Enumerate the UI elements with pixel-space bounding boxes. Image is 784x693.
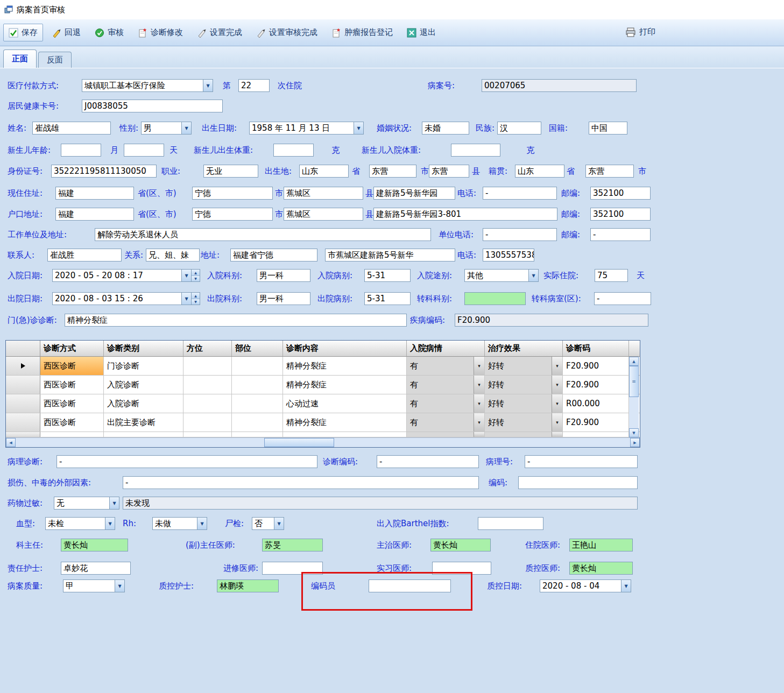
chevron-down-icon[interactable]: ▼ [528,270,538,281]
diagnosis-code-field[interactable]: - [377,455,479,468]
birthplace-province-field[interactable]: 山东 [299,165,349,178]
actual-stay-field[interactable]: 75 [595,269,628,282]
admission-datetime-picker[interactable]: 2020 - 05 - 20 08 : 17 ▼ ▲▼ [52,269,200,282]
col-header-code[interactable]: 诊断码 [563,341,629,356]
newborn-birth-weight-field[interactable] [273,144,314,157]
injury-code-field[interactable] [518,476,638,489]
spinner-down-icon[interactable]: ▼ [192,299,200,305]
cell-content[interactable]: 精神分裂症 [283,357,407,375]
scroll-left-icon[interactable]: ◀ [6,438,16,447]
print-button[interactable]: 打印 [620,23,661,41]
newborn-age-month-field[interactable] [61,144,101,157]
qc-nurse-field[interactable]: 林鹏瑛 [217,579,279,592]
cell-content[interactable]: 精神分裂症 [283,413,407,432]
table-corner-cell[interactable] [6,341,40,356]
relation-field[interactable]: 兄、姐、妹 [146,249,200,261]
registered-address-city-field[interactable]: 宁德 [192,208,273,221]
admission-ward-field[interactable]: 5-31 [364,269,411,282]
work-unit-field[interactable]: 解除劳动关系退休人员 [95,228,431,241]
visit-count-field[interactable]: 22 [238,79,270,92]
cell-category[interactable]: 门诊诊断 [104,357,183,375]
registered-address-zip-field[interactable]: 352100 [590,208,651,221]
col-header-part[interactable]: 部位 [232,341,283,356]
transfer-dept-field[interactable] [464,292,526,305]
spinner-down-icon[interactable]: ▼ [192,275,200,282]
transfer-ward-field[interactable]: - [594,292,651,305]
ethnic-field[interactable]: 汉 [497,122,541,135]
newborn-age-day-field[interactable] [124,144,164,157]
col-header-category[interactable]: 诊断类别 [104,341,183,356]
injury-factor-field[interactable]: - [123,476,479,489]
discharge-ward-field[interactable]: 5-31 [364,292,411,305]
cell-effect-select[interactable]: 好转▾ [485,394,563,413]
col-header-content[interactable]: 诊断内容 [283,341,407,356]
spinner-up-icon[interactable]: ▲ [192,293,200,299]
cell-code[interactable]: R00.000 [563,394,629,413]
chevron-down-icon[interactable]: ▼ [621,580,631,592]
cell-part[interactable] [232,376,283,394]
cell-content[interactable]: 精神分裂症 [283,376,407,394]
occupation-field[interactable]: 无业 [203,165,258,178]
row-selector[interactable] [6,413,40,432]
scroll-down-icon[interactable]: ▼ [629,428,639,437]
scroll-up-icon[interactable]: ▲ [629,357,639,366]
name-field[interactable]: 崔战雄 [32,122,111,135]
rh-select[interactable]: 未做 ▼ [152,517,207,530]
chevron-down-icon[interactable]: ▼ [105,518,115,529]
diagnosis-modify-button[interactable]: 诊断修改 [132,24,188,41]
discharge-dept-field[interactable]: 男一科 [257,292,310,305]
row-selector[interactable] [6,394,40,413]
tumor-report-button[interactable]: 肿瘤报告登记 [326,24,398,41]
cell-method[interactable]: 西医诊断 [40,394,104,413]
attending-physician-field[interactable]: 黄长灿 [430,539,491,551]
birthplace-city-field[interactable]: 东营 [369,165,416,178]
marital-field[interactable]: 未婚 [422,122,469,135]
cell-part[interactable] [232,357,283,375]
registered-address-province-field[interactable]: 福建 [55,208,134,221]
work-phone-field[interactable]: - [483,228,557,241]
chevron-down-icon[interactable]: ▾ [552,413,562,432]
current-address-county-field[interactable]: 蕉城区 [284,187,363,200]
contact-address1-field[interactable]: 福建省宁德 [230,249,317,261]
chevron-down-icon[interactable]: ▾ [474,413,484,432]
undo-button[interactable]: 回退 [46,24,86,41]
row-selector[interactable] [6,357,40,375]
cell-condition-select[interactable]: 有▾ [407,394,485,413]
cell-code[interactable]: F20.900 [563,376,629,394]
horizontal-scrollbar[interactable]: ◀ ▶ [6,437,640,447]
cell-effect-select[interactable]: 好转▾ [485,413,563,432]
exit-button[interactable]: 退出 [401,24,441,41]
audit-button[interactable]: 审核 [89,24,129,41]
cell-code[interactable]: F20.900 [563,357,629,375]
cell-category[interactable]: 出院主要诊断 [104,413,183,432]
cell-position[interactable] [183,394,232,413]
chevron-down-icon[interactable]: ▾ [474,357,484,375]
current-address-city-field[interactable]: 宁德 [192,187,273,200]
chevron-down-icon[interactable]: ▼ [197,518,207,529]
cell-category[interactable]: 入院诊断 [104,376,183,394]
scrollbar-thumb[interactable] [264,438,334,447]
current-address-province-field[interactable]: 福建 [55,187,134,200]
blood-type-select[interactable]: 未检 ▼ [45,517,115,530]
cell-position[interactable] [183,357,232,375]
nationality-field[interactable]: 中国 [589,122,627,135]
cell-condition-select[interactable]: 有▾ [407,413,485,432]
set-complete-button[interactable]: 设置完成 [192,24,248,41]
table-row[interactable]: 西医诊断 入院诊断 精神分裂症 有▾ 好转▾ F20.900 [6,376,640,394]
chevron-down-icon[interactable]: ▾ [474,376,484,394]
tab-front[interactable]: 正面 [3,49,37,68]
cell-condition-select[interactable]: 有▾ [407,376,485,394]
outpatient-diagnosis-field[interactable]: 精神分裂症 [65,314,407,327]
dept-director-field[interactable]: 黄长灿 [61,539,128,551]
scrollbar-thumb[interactable]: ≡ [629,366,639,397]
vertical-scrollbar[interactable]: ▲ ≡ ▼ [629,357,639,437]
birthplace-county-field[interactable]: 东营 [429,165,469,178]
native-city-field[interactable]: 东营 [585,165,634,178]
registered-address-detail-field[interactable]: 建新路5号新华园3-801 [373,208,557,221]
cell-category[interactable]: 入院诊断 [104,394,183,413]
admission-route-select[interactable]: 其他 ▼ [464,269,539,282]
time-spinner[interactable]: ▲▼ [191,293,200,305]
cell-effect-select[interactable]: 好转▾ [485,357,563,375]
chevron-down-icon[interactable]: ▾ [552,376,562,394]
autopsy-select[interactable]: 否 ▼ [252,517,284,530]
